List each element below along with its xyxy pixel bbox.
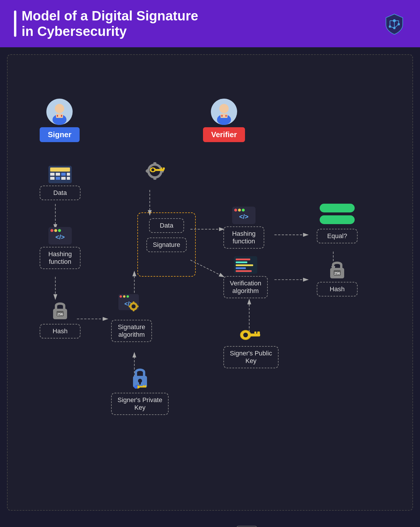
equal-box: Equal? xyxy=(317,229,358,243)
verifier-label: Verifier xyxy=(203,127,245,142)
footer: nubecolectiva.com NC xyxy=(0,518,420,527)
svg-rect-105 xyxy=(254,331,256,334)
shield-icon xyxy=(383,12,406,35)
verification-algorithm-node: Verificationalgorithm xyxy=(223,256,268,298)
svg-text:256: 256 xyxy=(57,312,63,316)
svg-rect-43 xyxy=(50,177,55,180)
svg-rect-72 xyxy=(143,385,144,386)
svg-text:</>: </> xyxy=(55,233,65,241)
verifier-node: Verifier xyxy=(203,99,245,142)
svg-point-32 xyxy=(219,104,229,113)
svg-rect-40 xyxy=(56,173,60,176)
signer-avatar xyxy=(46,99,73,125)
svg-point-73 xyxy=(134,385,138,389)
equal-pills xyxy=(320,204,355,224)
svg-point-49 xyxy=(54,229,57,232)
svg-rect-64 xyxy=(129,306,131,307)
orange-group: Data Signature xyxy=(137,212,196,277)
hash-node-left: 256 Hash xyxy=(40,300,80,338)
svg-rect-85 xyxy=(163,167,165,170)
hashing-function-box-left: Hashingfunction xyxy=(40,247,80,269)
svg-rect-36 xyxy=(225,115,227,117)
signature-box-orange: Signature xyxy=(146,238,187,252)
svg-rect-38 xyxy=(50,167,70,172)
svg-point-89 xyxy=(238,209,241,212)
svg-rect-104 xyxy=(257,331,260,334)
svg-rect-42 xyxy=(67,173,70,176)
header: Model of a Digital Signature in Cybersec… xyxy=(0,0,420,47)
data-node-left: Data xyxy=(40,166,80,200)
verification-algo-icon xyxy=(234,256,257,274)
svg-rect-62 xyxy=(133,301,134,304)
svg-point-88 xyxy=(234,209,237,212)
hash-box-left: Hash xyxy=(40,324,80,338)
svg-rect-77 xyxy=(153,176,156,180)
verification-algorithm-box: Verificationalgorithm xyxy=(223,276,268,298)
svg-rect-86 xyxy=(161,167,162,169)
header-title: Model of a Digital Signature in Cybersec… xyxy=(22,8,198,39)
svg-point-26 xyxy=(55,104,64,113)
signature-node-orange: Signature xyxy=(144,238,189,252)
svg-rect-63 xyxy=(133,309,134,311)
svg-rect-99 xyxy=(236,267,246,269)
svg-point-48 xyxy=(50,229,53,232)
signer-node: Signer xyxy=(40,99,80,142)
svg-point-102 xyxy=(243,333,248,337)
svg-point-57 xyxy=(123,295,125,298)
lock-svg-left: 256 xyxy=(48,300,72,320)
footer-logo: NC xyxy=(236,526,257,527)
verifier-avatar xyxy=(211,99,237,125)
svg-rect-46 xyxy=(67,177,70,180)
signer-label: Signer xyxy=(40,127,80,142)
header-title-bar: Model of a Digital Signature in Cybersec… xyxy=(14,8,198,39)
svg-rect-35 xyxy=(221,115,223,117)
svg-rect-96 xyxy=(236,259,250,260)
signers-public-key-node: Signer's PublicKey xyxy=(223,326,279,368)
equal-pill-2 xyxy=(320,215,355,224)
svg-point-50 xyxy=(58,229,61,232)
svg-point-83 xyxy=(151,168,154,171)
svg-rect-29 xyxy=(57,115,58,117)
hash-node-right: 256 Hash xyxy=(317,259,358,296)
main-content: Signer Verifier xyxy=(7,54,413,511)
svg-rect-98 xyxy=(236,264,253,266)
key-gear-node xyxy=(142,160,168,183)
svg-rect-39 xyxy=(50,173,55,176)
data-box-orange: Data xyxy=(149,218,184,233)
header-accent-bar xyxy=(14,11,16,37)
key-gear-icon xyxy=(142,160,168,183)
hashing-function-right: </> Hashingfunction xyxy=(223,207,264,249)
svg-rect-71 xyxy=(145,385,146,387)
svg-point-56 xyxy=(120,295,122,298)
svg-text:</>: </> xyxy=(239,213,249,220)
svg-rect-65 xyxy=(136,306,139,307)
svg-rect-97 xyxy=(236,261,247,263)
signature-algo-icon: </> xyxy=(118,294,145,317)
signers-private-key-node: Signer's PrivateKey xyxy=(111,367,169,415)
signers-public-key-box: Signer's PublicKey xyxy=(223,346,279,368)
svg-rect-100 xyxy=(236,270,252,272)
equal-pill-1 xyxy=(320,204,355,212)
data-grid-icon xyxy=(48,166,72,183)
svg-point-58 xyxy=(127,295,129,298)
equal-node: Equal? xyxy=(317,204,358,243)
hashing-function-left: </> Hashingfunction xyxy=(40,227,80,269)
data-node-orange: Data xyxy=(144,218,189,233)
private-key-icon xyxy=(128,367,152,390)
svg-rect-68 xyxy=(139,382,141,385)
signers-private-key-box: Signer's PrivateKey xyxy=(111,393,169,415)
public-key-icon xyxy=(239,326,262,344)
svg-point-90 xyxy=(242,209,245,212)
svg-rect-41 xyxy=(61,173,66,176)
signature-algorithm-node: </> Signaturealgorithm xyxy=(111,294,152,342)
svg-text:256: 256 xyxy=(334,271,340,275)
data-box-left: Data xyxy=(40,186,80,200)
diagram: Signer Verifier xyxy=(25,69,395,495)
hash-lock-icon-left: 256 xyxy=(48,300,72,322)
signature-algorithm-box: Signaturealgorithm xyxy=(111,320,152,342)
svg-rect-44 xyxy=(56,177,60,180)
code-window-icon-left: </> xyxy=(48,227,72,245)
svg-rect-45 xyxy=(61,177,66,180)
lock-svg-right: 256 xyxy=(326,259,349,280)
code-window-icon-right: </> xyxy=(232,207,256,224)
